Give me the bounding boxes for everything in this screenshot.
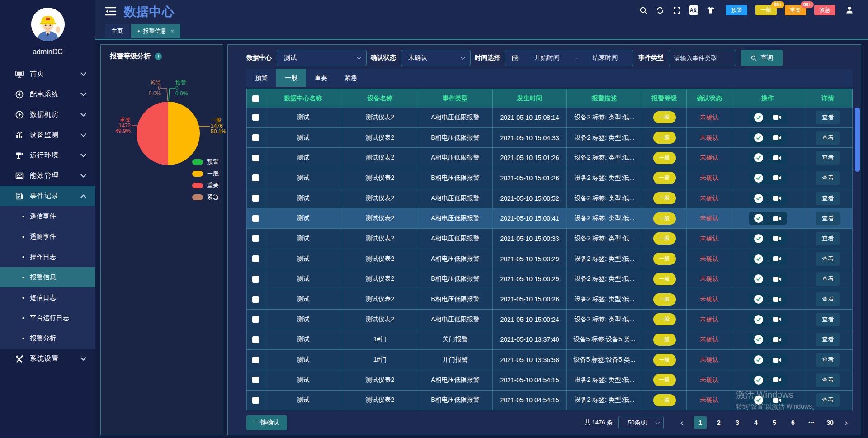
view-button[interactable]: 查看 — [816, 151, 840, 165]
translate-icon[interactable]: A文 — [689, 5, 698, 15]
view-button[interactable]: 查看 — [816, 232, 840, 245]
level-tab-3[interactable]: 重要 — [306, 69, 336, 87]
event-type-input[interactable] — [669, 50, 736, 66]
row-checkbox[interactable] — [252, 235, 259, 242]
search-button[interactable]: 查询 — [741, 50, 783, 66]
row-checkbox[interactable] — [252, 336, 259, 343]
legend-item[interactable]: 一般 — [192, 168, 219, 179]
confirm-icon[interactable] — [754, 274, 763, 283]
table-row[interactable]: 测试测试仪表2A相电压低限报警2021-05-10 15:01:26设备2 标签… — [246, 148, 853, 168]
confirm-icon[interactable] — [754, 335, 763, 344]
legend-item[interactable]: 紧急 — [192, 191, 219, 203]
scrollbar-thumb[interactable] — [855, 108, 860, 172]
row-checkbox[interactable] — [252, 215, 259, 222]
sidebar-subitem[interactable]: •短信日志 — [0, 287, 95, 308]
table-row[interactable]: 测试测试仪表2A相电压低限报警2021-05-10 04:54:15设备2 标签… — [246, 370, 853, 391]
video-icon[interactable] — [773, 276, 782, 283]
sidebar-subitem[interactable]: •操作日志 — [0, 247, 95, 267]
video-icon[interactable] — [773, 336, 782, 343]
video-icon[interactable] — [773, 316, 782, 323]
confirm-icon[interactable] — [754, 174, 763, 183]
tab-close-icon[interactable]: × — [170, 28, 174, 34]
page-button[interactable]: 4 — [750, 416, 762, 429]
row-checkbox[interactable] — [252, 316, 259, 323]
row-checkbox[interactable] — [252, 155, 259, 161]
confirm-icon[interactable] — [754, 214, 763, 223]
confirm-icon[interactable] — [754, 254, 763, 264]
next-page-icon[interactable]: › — [840, 418, 853, 428]
sidebar-item-7[interactable]: 事件记录 — [0, 186, 95, 206]
legend-item[interactable]: 预警 — [192, 156, 219, 168]
row-checkbox[interactable] — [252, 174, 259, 181]
video-icon[interactable] — [773, 377, 782, 383]
table-row[interactable]: 测试测试仪表2A相电压低限报警2021-05-10 15:00:24设备2 标签… — [246, 310, 853, 330]
table-row[interactable]: 测试测试仪表2A相电压低限报警2021-05-10 15:00:29设备2 标签… — [246, 249, 853, 269]
confirm-icon[interactable] — [754, 133, 763, 142]
sidebar-subitem[interactable]: •遥信事件 — [0, 206, 95, 226]
row-checkbox[interactable] — [252, 276, 259, 283]
row-checkbox[interactable] — [252, 255, 259, 262]
table-row[interactable]: 测试测试仪表2A相电压低限报警2021-05-10 15:00:33设备2 标签… — [246, 229, 853, 249]
video-icon[interactable] — [773, 155, 782, 161]
view-button[interactable]: 查看 — [816, 111, 840, 124]
table-row[interactable]: 测试测试仪表2B相电压低限报警2021-05-10 15:04:33设备2 标签… — [246, 128, 853, 148]
pie-slice-general[interactable] — [168, 102, 200, 165]
sidebar-item-8[interactable]: 系统设置 — [0, 349, 95, 369]
confirm-icon[interactable] — [754, 295, 763, 304]
sidebar-item-4[interactable]: 设备监测 — [0, 125, 95, 145]
table-row[interactable]: 测试测试仪表2B相电压低限报警2021-05-10 15:00:26设备2 标签… — [246, 289, 853, 310]
table-row[interactable]: 测试测试仪表2A相电压低限报警2021-05-10 15:00:52设备2 标签… — [246, 188, 853, 209]
status-select[interactable]: 未确认 — [401, 50, 471, 66]
alarm-button-1[interactable]: 预警 — [726, 5, 747, 15]
date-range-picker[interactable]: 开始时间 - 结束时间 — [505, 50, 633, 66]
page-button[interactable]: 3 — [731, 416, 744, 429]
row-checkbox[interactable] — [252, 296, 259, 303]
level-tab-1[interactable]: 预警 — [246, 69, 276, 87]
view-button[interactable]: 查看 — [816, 252, 840, 266]
row-checkbox[interactable] — [252, 134, 259, 141]
page-button[interactable]: 2 — [712, 416, 725, 429]
fullscreen-icon[interactable] — [672, 6, 681, 15]
view-button[interactable]: 查看 — [816, 192, 840, 205]
table-row[interactable]: 测试1#门开门报警2021-05-10 13:36:58设备5 标签:设备5 类… — [246, 350, 853, 370]
confirm-icon[interactable] — [754, 315, 763, 324]
search-icon[interactable] — [639, 6, 648, 15]
confirm-icon[interactable] — [754, 153, 763, 162]
video-icon[interactable] — [773, 357, 782, 363]
view-button[interactable]: 查看 — [816, 171, 840, 185]
page-size-select[interactable]: 50条/页 — [618, 416, 664, 429]
video-icon[interactable] — [773, 215, 782, 222]
level-tab-2[interactable]: 一般 — [276, 69, 306, 87]
table-row[interactable]: 测试测试仪表2A相电压低限报警2021-05-10 15:00:41设备2 标签… — [246, 208, 853, 229]
confirm-icon[interactable] — [754, 234, 763, 243]
sidebar-item-6[interactable]: 能效管理 — [0, 165, 95, 186]
page-button[interactable]: 30 — [824, 416, 836, 429]
page-tab-1[interactable]: 主页 — [105, 24, 129, 38]
info-icon[interactable]: ! — [155, 53, 162, 60]
table-row[interactable]: 测试测试仪表2B相电压低限报警2021-05-10 15:00:29设备2 标签… — [246, 269, 853, 290]
sidebar-item-1[interactable]: 首页 — [0, 64, 95, 84]
video-icon[interactable] — [773, 114, 782, 121]
video-icon[interactable] — [773, 296, 782, 303]
view-button[interactable]: 查看 — [816, 272, 840, 286]
view-button[interactable]: 查看 — [816, 333, 840, 346]
view-button[interactable]: 查看 — [816, 353, 840, 367]
confirm-all-button[interactable]: 一键确认 — [246, 415, 287, 430]
confirm-icon[interactable] — [754, 194, 763, 203]
video-icon[interactable] — [773, 235, 782, 242]
prev-page-icon[interactable]: ‹ — [675, 418, 688, 428]
row-checkbox[interactable] — [252, 377, 259, 383]
view-button[interactable]: 查看 — [816, 373, 840, 387]
view-button[interactable]: 查看 — [816, 313, 840, 326]
sidebar-subitem[interactable]: •报警信息 — [0, 267, 95, 287]
row-checkbox[interactable] — [252, 397, 259, 404]
pager-ellipsis[interactable]: ••• — [805, 416, 818, 429]
select-all-checkbox[interactable] — [252, 95, 259, 102]
view-button[interactable]: 查看 — [816, 292, 840, 306]
confirm-icon[interactable] — [754, 376, 763, 385]
level-tab-4[interactable]: 紧急 — [336, 69, 366, 87]
view-button[interactable]: 查看 — [816, 131, 840, 145]
sidebar-item-3[interactable]: 数据机房 — [0, 104, 95, 125]
sidebar-subitem[interactable]: •报警分析 — [0, 328, 95, 349]
alarm-button-4[interactable]: 紧急 — [814, 5, 835, 15]
